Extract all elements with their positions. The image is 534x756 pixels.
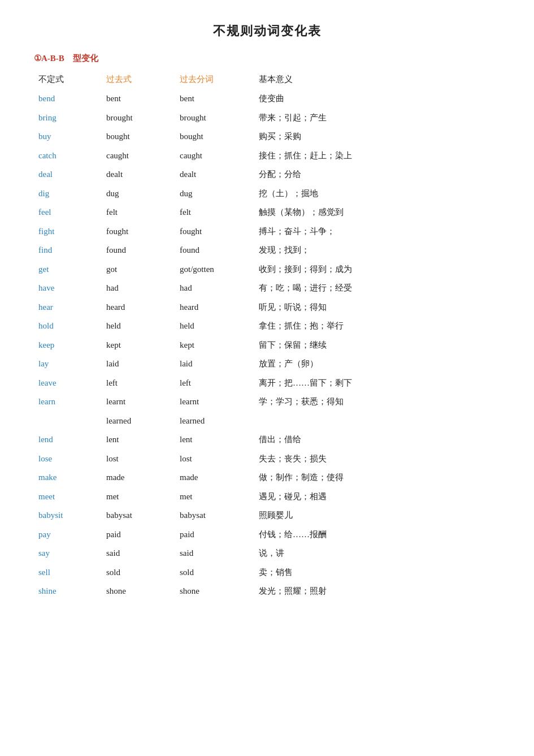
cell-participle: bought <box>175 127 254 146</box>
table-row: loselostlost失去；丧失；损失 <box>34 450 500 469</box>
cell-participle: found <box>175 241 254 260</box>
cell-past: babysat <box>102 506 175 525</box>
cell-past: laid <box>102 355 175 374</box>
cell-participle: sold <box>175 563 254 582</box>
cell-meaning: 拿住；抓住；抱；举行 <box>254 317 500 336</box>
cell-infinitive: shine <box>34 582 102 601</box>
header-participle: 过去分词 <box>175 72 254 89</box>
cell-meaning: 发光；照耀；照射 <box>254 582 500 601</box>
cell-infinitive: catch <box>34 146 102 166</box>
cell-participle: learned <box>175 412 254 431</box>
cell-infinitive: hold <box>34 317 102 336</box>
cell-infinitive: babysit <box>34 506 102 525</box>
cell-infinitive: buy <box>34 127 102 146</box>
cell-infinitive: fight <box>34 222 102 241</box>
cell-meaning: 听见；听说；得知 <box>254 298 500 317</box>
cell-meaning: 照顾婴儿 <box>254 506 500 525</box>
cell-participle: had <box>175 279 254 298</box>
cell-past: fought <box>102 222 175 241</box>
cell-participle: met <box>175 487 254 507</box>
cell-past: lost <box>102 450 175 469</box>
cell-participle: said <box>175 544 254 563</box>
cell-infinitive: hear <box>34 298 102 317</box>
cell-infinitive: leave <box>34 374 102 393</box>
cell-participle: lost <box>175 450 254 469</box>
cell-past: caught <box>102 146 175 166</box>
cell-past: lent <box>102 430 175 450</box>
cell-infinitive: find <box>34 241 102 260</box>
cell-meaning: 搏斗；奋斗；斗争； <box>254 222 500 241</box>
cell-meaning: 借出；借给 <box>254 430 500 450</box>
table-row: lendlentlent借出；借给 <box>34 430 500 450</box>
cell-infinitive: lose <box>34 450 102 469</box>
table-row: keepkeptkept留下；保留；继续 <box>34 336 500 355</box>
cell-past: dug <box>102 184 175 204</box>
cell-participle: felt <box>175 203 254 222</box>
cell-past: said <box>102 544 175 563</box>
table-row: findfoundfound发现；找到； <box>34 241 500 260</box>
cell-past: felt <box>102 203 175 222</box>
table-row: paypaidpaid付钱；给……报酬 <box>34 525 500 545</box>
cell-infinitive: have <box>34 279 102 298</box>
table-row: dealdealtdealt分配；分给 <box>34 165 500 184</box>
header-infinitive: 不定式 <box>34 72 102 89</box>
cell-meaning: 学；学习；获悉；得知 <box>254 392 500 412</box>
table-row: fightfoughtfought搏斗；奋斗；斗争； <box>34 222 500 241</box>
cell-participle: fought <box>175 222 254 241</box>
cell-past: learnt <box>102 392 175 412</box>
table-row: learnedlearned <box>34 412 500 431</box>
cell-infinitive: pay <box>34 525 102 545</box>
cell-participle: caught <box>175 146 254 166</box>
cell-participle: dealt <box>175 165 254 184</box>
cell-past: shone <box>102 582 175 601</box>
cell-meaning: 离开；把……留下；剩下 <box>254 374 500 393</box>
cell-participle: brought <box>175 109 254 128</box>
cell-meaning: 收到；接到；得到；成为 <box>254 260 500 279</box>
cell-infinitive: meet <box>34 487 102 507</box>
cell-infinitive: keep <box>34 336 102 355</box>
table-row: holdheldheld拿住；抓住；抱；举行 <box>34 317 500 336</box>
cell-meaning: 放置；产（卵） <box>254 355 500 374</box>
cell-infinitive: feel <box>34 203 102 222</box>
cell-meaning: 遇见；碰见；相遇 <box>254 487 500 507</box>
cell-meaning: 购买；采购 <box>254 127 500 146</box>
table-row: babysitbabysatbabysat照顾婴儿 <box>34 506 500 525</box>
cell-past: made <box>102 468 175 487</box>
cell-participle: paid <box>175 525 254 545</box>
cell-meaning: 留下；保留；继续 <box>254 336 500 355</box>
cell-past: found <box>102 241 175 260</box>
table-row: digdugdug挖（土）；掘地 <box>34 184 500 204</box>
table-row: havehadhad有；吃；喝；进行；经受 <box>34 279 500 298</box>
table-row: shineshoneshone发光；照耀；照射 <box>34 582 500 601</box>
cell-infinitive: sell <box>34 563 102 582</box>
section-title: ①A-B-B 型变化 <box>34 53 500 64</box>
cell-past: sold <box>102 563 175 582</box>
cell-infinitive: get <box>34 260 102 279</box>
cell-past: bent <box>102 89 175 109</box>
cell-meaning: 触摸（某物）；感觉到 <box>254 203 500 222</box>
table-row: buyboughtbought购买；采购 <box>34 127 500 146</box>
cell-past: got <box>102 260 175 279</box>
cell-past: had <box>102 279 175 298</box>
cell-participle: held <box>175 317 254 336</box>
cell-infinitive: learn <box>34 392 102 412</box>
cell-infinitive: bring <box>34 109 102 128</box>
cell-meaning: 付钱；给……报酬 <box>254 525 500 545</box>
table-row: bringbroughtbrought带来；引起；产生 <box>34 109 500 128</box>
cell-past: heard <box>102 298 175 317</box>
cell-infinitive: lend <box>34 430 102 450</box>
cell-participle: made <box>175 468 254 487</box>
cell-infinitive: say <box>34 544 102 563</box>
cell-meaning: 使变曲 <box>254 89 500 109</box>
cell-participle: babysat <box>175 506 254 525</box>
cell-past: met <box>102 487 175 507</box>
cell-participle: dug <box>175 184 254 204</box>
table-row: learnlearntlearnt学；学习；获悉；得知 <box>34 392 500 412</box>
cell-infinitive: bend <box>34 89 102 109</box>
cell-participle: got/gotten <box>175 260 254 279</box>
cell-meaning: 说，讲 <box>254 544 500 563</box>
header-meaning: 基本意义 <box>254 72 500 89</box>
cell-meaning: 带来；引起；产生 <box>254 109 500 128</box>
cell-past: paid <box>102 525 175 545</box>
page-title: 不规则动词变化表 <box>34 23 500 40</box>
